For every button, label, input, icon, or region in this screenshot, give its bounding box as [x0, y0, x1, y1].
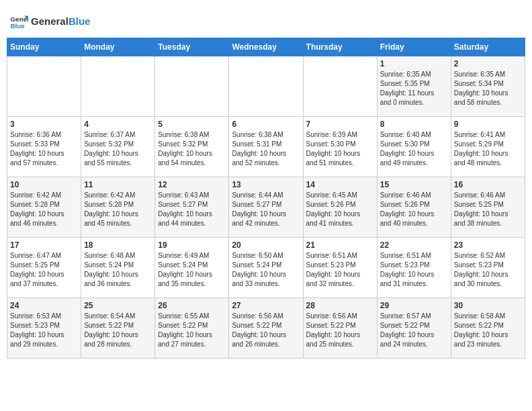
- day-cell: 10Sunrise: 6:42 AM Sunset: 5:28 PM Dayli…: [7, 177, 81, 238]
- day-number: 5: [158, 120, 226, 129]
- day-cell: 17Sunrise: 6:47 AM Sunset: 5:25 PM Dayli…: [7, 238, 81, 298]
- col-header-saturday: Saturday: [451, 38, 525, 56]
- day-number: 15: [380, 180, 448, 189]
- day-number: 28: [306, 301, 374, 310]
- day-info: Sunrise: 6:48 AM Sunset: 5:24 PM Dayligh…: [84, 251, 152, 289]
- day-info: Sunrise: 6:45 AM Sunset: 5:26 PM Dayligh…: [306, 191, 374, 228]
- day-number: 26: [158, 301, 226, 310]
- day-number: 13: [232, 180, 300, 189]
- page-header: General Blue GeneralBlue: [7, 7, 525, 38]
- week-row-2: 3Sunrise: 6:36 AM Sunset: 5:33 PM Daylig…: [7, 117, 525, 177]
- day-number: 10: [10, 180, 78, 189]
- day-cell: [303, 56, 377, 117]
- day-cell: 3Sunrise: 6:36 AM Sunset: 5:33 PM Daylig…: [7, 117, 81, 177]
- day-cell: 27Sunrise: 6:56 AM Sunset: 5:22 PM Dayli…: [229, 298, 303, 359]
- day-number: 11: [84, 180, 152, 189]
- day-info: Sunrise: 6:51 AM Sunset: 5:23 PM Dayligh…: [380, 251, 448, 289]
- day-cell: 15Sunrise: 6:46 AM Sunset: 5:26 PM Dayli…: [377, 177, 451, 238]
- day-cell: 19Sunrise: 6:49 AM Sunset: 5:24 PM Dayli…: [155, 238, 229, 298]
- day-cell: 25Sunrise: 6:54 AM Sunset: 5:22 PM Dayli…: [81, 298, 155, 359]
- day-number: 25: [84, 301, 152, 310]
- day-info: Sunrise: 6:49 AM Sunset: 5:24 PM Dayligh…: [158, 251, 226, 289]
- week-row-5: 24Sunrise: 6:53 AM Sunset: 5:23 PM Dayli…: [7, 298, 525, 359]
- day-cell: 29Sunrise: 6:57 AM Sunset: 5:22 PM Dayli…: [377, 298, 451, 359]
- day-number: 4: [84, 120, 152, 129]
- day-info: Sunrise: 6:35 AM Sunset: 5:35 PM Dayligh…: [380, 70, 448, 107]
- day-number: 19: [158, 240, 226, 250]
- day-info: Sunrise: 6:38 AM Sunset: 5:31 PM Dayligh…: [232, 130, 300, 168]
- day-cell: 30Sunrise: 6:58 AM Sunset: 5:22 PM Dayli…: [451, 298, 525, 359]
- day-cell: 6Sunrise: 6:38 AM Sunset: 5:31 PM Daylig…: [229, 117, 303, 177]
- day-number: 24: [10, 301, 78, 310]
- day-cell: 4Sunrise: 6:37 AM Sunset: 5:32 PM Daylig…: [81, 117, 155, 177]
- day-info: Sunrise: 6:43 AM Sunset: 5:27 PM Dayligh…: [158, 191, 226, 228]
- day-cell: 7Sunrise: 6:39 AM Sunset: 5:30 PM Daylig…: [303, 117, 377, 177]
- header-row: SundayMondayTuesdayWednesdayThursdayFrid…: [7, 38, 525, 56]
- col-header-sunday: Sunday: [7, 38, 81, 56]
- col-header-monday: Monday: [81, 38, 155, 56]
- day-info: Sunrise: 6:53 AM Sunset: 5:23 PM Dayligh…: [10, 312, 78, 349]
- day-cell: 11Sunrise: 6:42 AM Sunset: 5:28 PM Dayli…: [81, 177, 155, 238]
- day-cell: 2Sunrise: 6:35 AM Sunset: 5:34 PM Daylig…: [451, 56, 525, 117]
- day-cell: 16Sunrise: 6:46 AM Sunset: 5:25 PM Dayli…: [451, 177, 525, 238]
- calendar-table: SundayMondayTuesdayWednesdayThursdayFrid…: [7, 38, 525, 359]
- week-row-4: 17Sunrise: 6:47 AM Sunset: 5:25 PM Dayli…: [7, 238, 525, 298]
- day-cell: [81, 56, 155, 117]
- day-number: 27: [232, 301, 300, 310]
- day-cell: 28Sunrise: 6:56 AM Sunset: 5:22 PM Dayli…: [303, 298, 377, 359]
- day-number: 17: [10, 240, 78, 250]
- day-info: Sunrise: 6:55 AM Sunset: 5:22 PM Dayligh…: [158, 312, 226, 349]
- day-cell: 8Sunrise: 6:40 AM Sunset: 5:30 PM Daylig…: [377, 117, 451, 177]
- day-cell: 24Sunrise: 6:53 AM Sunset: 5:23 PM Dayli…: [7, 298, 81, 359]
- day-info: Sunrise: 6:46 AM Sunset: 5:25 PM Dayligh…: [454, 191, 522, 228]
- day-number: 1: [380, 59, 448, 68]
- day-info: Sunrise: 6:40 AM Sunset: 5:30 PM Dayligh…: [380, 130, 448, 168]
- col-header-wednesday: Wednesday: [229, 38, 303, 56]
- day-number: 29: [380, 301, 448, 310]
- day-info: Sunrise: 6:37 AM Sunset: 5:32 PM Dayligh…: [84, 130, 152, 168]
- day-cell: 23Sunrise: 6:52 AM Sunset: 5:23 PM Dayli…: [451, 238, 525, 298]
- day-info: Sunrise: 6:56 AM Sunset: 5:22 PM Dayligh…: [306, 312, 374, 349]
- day-cell: 26Sunrise: 6:55 AM Sunset: 5:22 PM Dayli…: [155, 298, 229, 359]
- day-info: Sunrise: 6:38 AM Sunset: 5:32 PM Dayligh…: [158, 130, 226, 168]
- day-info: Sunrise: 6:50 AM Sunset: 5:24 PM Dayligh…: [232, 251, 300, 289]
- day-cell: [7, 56, 81, 117]
- day-number: 20: [232, 240, 300, 250]
- day-number: 2: [454, 59, 522, 68]
- day-number: 30: [454, 301, 522, 310]
- week-row-1: 1Sunrise: 6:35 AM Sunset: 5:35 PM Daylig…: [7, 56, 525, 117]
- day-info: Sunrise: 6:51 AM Sunset: 5:23 PM Dayligh…: [306, 251, 374, 289]
- day-cell: 21Sunrise: 6:51 AM Sunset: 5:23 PM Dayli…: [303, 238, 377, 298]
- day-number: 14: [306, 180, 374, 189]
- logo: General Blue GeneralBlue: [9, 12, 90, 31]
- logo-icon: General Blue: [9, 12, 28, 31]
- day-cell: 5Sunrise: 6:38 AM Sunset: 5:32 PM Daylig…: [155, 117, 229, 177]
- day-info: Sunrise: 6:54 AM Sunset: 5:22 PM Dayligh…: [84, 312, 152, 349]
- day-info: Sunrise: 6:58 AM Sunset: 5:22 PM Dayligh…: [454, 312, 522, 349]
- day-cell: 14Sunrise: 6:45 AM Sunset: 5:26 PM Dayli…: [303, 177, 377, 238]
- day-cell: 9Sunrise: 6:41 AM Sunset: 5:29 PM Daylig…: [451, 117, 525, 177]
- day-cell: 20Sunrise: 6:50 AM Sunset: 5:24 PM Dayli…: [229, 238, 303, 298]
- day-number: 8: [380, 120, 448, 129]
- day-number: 3: [10, 120, 78, 129]
- day-info: Sunrise: 6:35 AM Sunset: 5:34 PM Dayligh…: [454, 70, 522, 107]
- svg-text:Blue: Blue: [10, 22, 25, 30]
- day-cell: 12Sunrise: 6:43 AM Sunset: 5:27 PM Dayli…: [155, 177, 229, 238]
- day-number: 18: [84, 240, 152, 250]
- logo-text: GeneralBlue: [31, 15, 90, 28]
- week-row-3: 10Sunrise: 6:42 AM Sunset: 5:28 PM Dayli…: [7, 177, 525, 238]
- day-info: Sunrise: 6:39 AM Sunset: 5:30 PM Dayligh…: [306, 130, 374, 168]
- day-cell: 18Sunrise: 6:48 AM Sunset: 5:24 PM Dayli…: [81, 238, 155, 298]
- day-cell: [229, 56, 303, 117]
- day-cell: 22Sunrise: 6:51 AM Sunset: 5:23 PM Dayli…: [377, 238, 451, 298]
- day-number: 12: [158, 180, 226, 189]
- day-number: 21: [306, 240, 374, 250]
- day-info: Sunrise: 6:52 AM Sunset: 5:23 PM Dayligh…: [454, 251, 522, 289]
- day-info: Sunrise: 6:56 AM Sunset: 5:22 PM Dayligh…: [232, 312, 300, 349]
- day-info: Sunrise: 6:46 AM Sunset: 5:26 PM Dayligh…: [380, 191, 448, 228]
- day-info: Sunrise: 6:41 AM Sunset: 5:29 PM Dayligh…: [454, 130, 522, 168]
- day-info: Sunrise: 6:42 AM Sunset: 5:28 PM Dayligh…: [10, 191, 78, 228]
- day-cell: 13Sunrise: 6:44 AM Sunset: 5:27 PM Dayli…: [229, 177, 303, 238]
- day-info: Sunrise: 6:57 AM Sunset: 5:22 PM Dayligh…: [380, 312, 448, 349]
- col-header-friday: Friday: [377, 38, 451, 56]
